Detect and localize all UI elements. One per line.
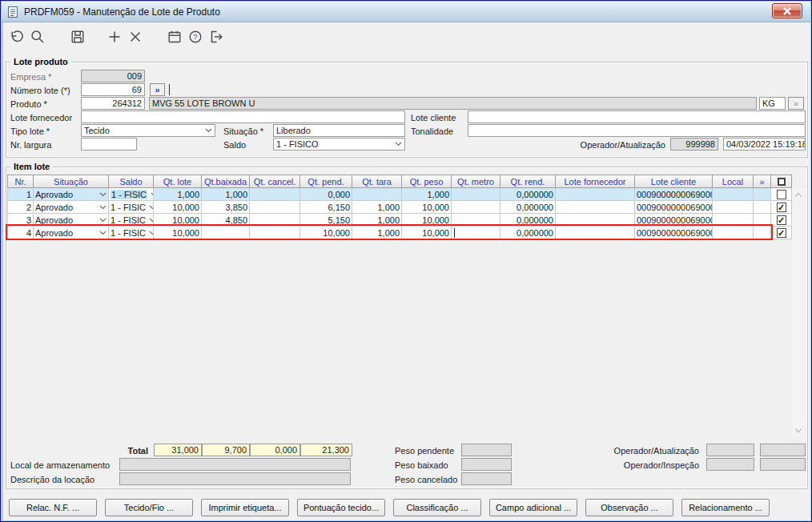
col-header-local[interactable]: Local xyxy=(713,175,754,188)
cell-qt-metro[interactable] xyxy=(452,188,500,201)
relac-nf-button[interactable]: Relac. N.F. ... xyxy=(9,499,97,516)
cell-lote-cliente[interactable]: 0009000000069000 xyxy=(635,227,713,239)
cell-qt-cancel[interactable] xyxy=(250,188,300,201)
cell-checkbox[interactable] xyxy=(771,188,792,201)
relacionamento-button[interactable]: Relacionamento ... xyxy=(681,499,770,516)
cell-qt-pend[interactable]: 6,150 xyxy=(300,201,352,214)
table-row[interactable]: 4 Aprovado 1 - FISIC 10,000 10,000 1,000… xyxy=(7,227,792,239)
cell-lote-cliente[interactable]: 0009000000069000 xyxy=(635,214,713,227)
campo-adicional-button[interactable]: Campo adicional ... xyxy=(489,499,577,516)
table-row[interactable]: 3 Aprovado 1 - FISIC 10,000 4,850 5,150 … xyxy=(7,214,792,227)
row-checkbox[interactable] xyxy=(777,203,786,212)
table-row[interactable]: 1 Aprovado 1 - FISIC 1,000 1,000 0,000 1… xyxy=(7,188,792,201)
cell-qt-baixada[interactable]: 4,850 xyxy=(202,214,250,227)
lote-fornecedor-field[interactable] xyxy=(81,110,405,123)
nr-largura-field[interactable] xyxy=(81,138,137,151)
search-button[interactable] xyxy=(28,27,47,46)
cell-qt-lote[interactable]: 1,000 xyxy=(154,188,202,201)
col-header-qt-peso[interactable]: Qt. peso xyxy=(402,175,452,188)
col-header-qt-rend[interactable]: Qt. rend. xyxy=(500,175,556,188)
cell-qt-tara[interactable] xyxy=(352,188,402,201)
cell-more[interactable] xyxy=(754,227,771,239)
cell-qt-rend[interactable]: 0,000000 xyxy=(500,214,556,227)
col-header-qt-tara[interactable]: Qt. tara xyxy=(352,175,402,188)
cell-nr[interactable]: 2 xyxy=(7,201,34,214)
save-button[interactable] xyxy=(68,27,87,46)
cell-saldo-select[interactable]: 1 - FISIC xyxy=(109,188,154,201)
cell-qt-tara[interactable]: 1,000 xyxy=(352,214,402,227)
cell-local[interactable] xyxy=(713,188,754,201)
col-header-select-all[interactable] xyxy=(771,175,792,188)
col-header-qt-pend[interactable]: Qt. pend. xyxy=(300,175,352,188)
tonalidade-field[interactable] xyxy=(468,124,806,137)
cell-qt-tara[interactable]: 1,000 xyxy=(352,201,402,214)
pontuacao-tecido-button[interactable]: Pontuação tecido... xyxy=(297,499,385,516)
cell-qt-pend[interactable]: 5,150 xyxy=(300,214,352,227)
cell-more[interactable] xyxy=(754,201,771,214)
cell-lote-cliente[interactable]: 0009000000069000 xyxy=(635,188,713,201)
cell-local[interactable] xyxy=(713,201,754,214)
cell-qt-pend[interactable]: 10,000 xyxy=(300,227,352,239)
cell-qt-tara[interactable]: 1,000 xyxy=(352,227,402,239)
cell-nr[interactable]: 1 xyxy=(7,188,34,201)
cell-qt-baixada[interactable]: 1,000 xyxy=(202,188,250,201)
row-checkbox[interactable] xyxy=(777,228,786,238)
cell-situacao-select[interactable]: Aprovado xyxy=(34,227,109,239)
cell-qt-lote[interactable]: 10,000 xyxy=(154,214,202,227)
cell-qt-rend[interactable]: 0,000000 xyxy=(500,227,556,239)
produto-field[interactable]: 264312 xyxy=(81,97,145,110)
cell-qt-metro[interactable] xyxy=(452,201,500,214)
cell-nr[interactable]: 4 xyxy=(7,227,34,239)
row-checkbox[interactable] xyxy=(777,190,786,199)
cell-local[interactable] xyxy=(713,214,754,227)
cell-qt-peso[interactable]: 10,000 xyxy=(402,227,452,239)
col-header-more[interactable]: » xyxy=(754,175,771,188)
cell-nr[interactable]: 3 xyxy=(7,214,34,227)
col-header-qt-metro[interactable]: Qt. metro xyxy=(452,175,500,188)
cell-situacao-select[interactable]: Aprovado xyxy=(34,201,109,214)
cell-situacao-select[interactable]: Aprovado xyxy=(34,214,109,227)
col-header-qt-lote[interactable]: Qt. lote xyxy=(154,175,202,188)
cell-checkbox[interactable] xyxy=(771,214,792,227)
undo-button[interactable] xyxy=(7,27,26,46)
table-scrollbar[interactable] xyxy=(792,188,805,437)
cell-checkbox[interactable] xyxy=(771,227,792,239)
close-button[interactable] xyxy=(772,3,802,18)
cell-qt-metro[interactable] xyxy=(452,214,500,227)
imprimir-etiqueta-button[interactable]: Imprimir etiqueta... xyxy=(201,499,289,516)
classificacao-button[interactable]: Classificação ... xyxy=(393,499,481,516)
tipo-lote-select[interactable]: Tecido xyxy=(81,124,215,137)
exit-button[interactable] xyxy=(207,27,226,46)
cell-qt-cancel[interactable] xyxy=(250,227,300,239)
col-header-lote-fornecedor[interactable]: Lote fornecedor xyxy=(556,175,635,188)
cell-qt-rend[interactable]: 0,000000 xyxy=(500,201,556,214)
cell-saldo-select[interactable]: 1 - FISIC xyxy=(109,227,154,239)
cell-lote-fornecedor[interactable] xyxy=(556,227,635,239)
table-row[interactable]: 2 Aprovado 1 - FISIC 10,000 3,850 6,150 … xyxy=(7,201,792,214)
cell-qt-pend[interactable]: 0,000 xyxy=(300,188,352,201)
cell-qt-metro[interactable] xyxy=(452,227,500,239)
cell-qt-lote[interactable]: 10,000 xyxy=(154,201,202,214)
cell-qt-lote[interactable]: 10,000 xyxy=(154,227,202,239)
cell-checkbox[interactable] xyxy=(771,201,792,214)
cell-qt-peso[interactable]: 1,000 xyxy=(402,188,452,201)
add-button[interactable] xyxy=(105,27,124,46)
cell-qt-baixada[interactable]: 3,850 xyxy=(202,201,250,214)
cell-local[interactable] xyxy=(713,227,754,239)
help-button[interactable]: ? xyxy=(186,27,205,46)
tecido-fio-button[interactable]: Tecido/Fio ... xyxy=(105,499,193,516)
col-header-qt-baixada[interactable]: Qt.baixada xyxy=(202,175,250,188)
saldo-select[interactable]: 1 - FISICO xyxy=(273,138,405,151)
cell-lote-cliente[interactable]: 0009000000069000 xyxy=(635,201,713,214)
col-header-situacao[interactable]: Situação xyxy=(34,175,109,188)
cell-lote-fornecedor[interactable] xyxy=(556,214,635,227)
cell-qt-cancel[interactable] xyxy=(250,214,300,227)
numero-lote-field[interactable]: 69 xyxy=(81,83,145,96)
cell-qt-cancel[interactable] xyxy=(250,201,300,214)
cell-qt-baixada[interactable] xyxy=(202,227,250,239)
cell-qt-rend[interactable]: 0,000000 xyxy=(500,188,556,201)
row-checkbox[interactable] xyxy=(777,215,786,225)
numero-lote-expand-button[interactable]: » xyxy=(150,83,165,96)
calendar-button[interactable] xyxy=(165,27,184,46)
lote-cliente-field[interactable] xyxy=(468,110,806,123)
